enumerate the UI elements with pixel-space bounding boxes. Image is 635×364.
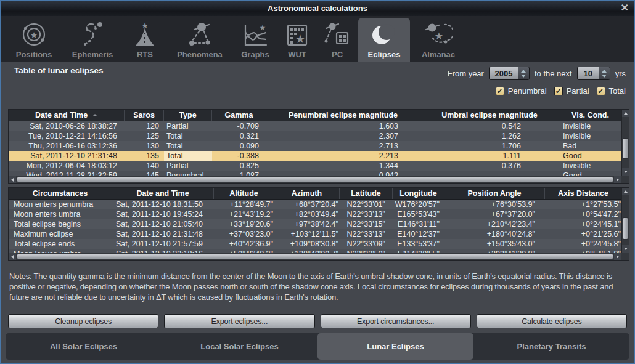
scroll-down-icon[interactable] — [622, 245, 629, 253]
from-year-spinner[interactable]: 2005 — [489, 67, 530, 80]
table-row[interactable]: Wed, 2012-11-28 21:32:59145Penumbral1.08… — [9, 171, 621, 176]
table-cell[interactable] — [420, 171, 559, 176]
table-cell[interactable]: +76°30'53.9" — [444, 200, 545, 209]
tab-phenomena[interactable]: Phenomena — [167, 16, 232, 62]
from-year-value[interactable]: 2005 — [490, 67, 518, 79]
table-row[interactable]: Mon, 2012-06-04 18:03:12140Partial0.8251… — [9, 161, 621, 171]
column-header[interactable]: Vis. Cond. — [559, 110, 621, 121]
table-row[interactable]: Sat, 2011-12-10 21:31:48135Total-0.3882.… — [9, 151, 621, 161]
column-header[interactable]: Latitude — [340, 188, 393, 199]
years-count-spinner[interactable]: 10 — [577, 67, 610, 80]
years-count-value[interactable]: 10 — [578, 67, 599, 79]
horizontal-scrollbar-thumb[interactable] — [17, 254, 613, 259]
horizontal-scrollbar-thumb[interactable] — [17, 177, 613, 182]
table-cell[interactable]: N22°33'13" — [340, 209, 393, 219]
table-cell[interactable]: 0.542 — [420, 121, 559, 131]
table-cell[interactable]: 1.087 — [212, 171, 266, 176]
table-cell[interactable]: 1.111 — [420, 151, 559, 161]
tab-local-solar-eclipses[interactable]: Local Solar Eclipses — [162, 333, 318, 360]
table-cell[interactable]: Maximum eclipse — [9, 229, 112, 239]
scroll-up-icon[interactable] — [622, 188, 629, 195]
tab-eclipses[interactable]: Eclipses — [358, 18, 410, 62]
column-header[interactable]: Axis Distance — [545, 188, 621, 199]
spin-down-icon[interactable] — [521, 75, 526, 78]
table-cell[interactable]: -0.388 — [212, 151, 266, 161]
table-cell[interactable]: Good — [559, 151, 621, 161]
vertical-scrollbar[interactable] — [621, 110, 629, 176]
tab-positions[interactable]: ★ Positions — [6, 16, 62, 62]
table-cell[interactable]: Tue, 2010-12-21 14:16:56 — [9, 131, 125, 141]
table-cell[interactable]: 0.825 — [212, 161, 266, 171]
table-cell[interactable]: Total — [164, 141, 212, 151]
filter-penumbral[interactable]: ✓ Penumbral — [496, 86, 547, 95]
vertical-scrollbar-thumb[interactable] — [623, 217, 628, 240]
table-cell[interactable]: 1.706 — [420, 141, 559, 151]
cleanup-eclipses-button[interactable]: Cleanup eclipses — [8, 314, 158, 328]
table-cell[interactable]: 1.262 — [420, 131, 559, 141]
column-header[interactable]: Position Angle — [444, 188, 545, 199]
table-cell[interactable]: Bad — [559, 141, 621, 151]
table-cell[interactable]: 120 — [125, 121, 164, 131]
spin-down-icon[interactable] — [602, 75, 607, 78]
table-cell[interactable]: 0.376 — [420, 161, 559, 171]
table-cell[interactable]: Total eclipse ends — [9, 239, 112, 249]
table-cell[interactable]: N22°33'13" — [340, 229, 393, 239]
table-cell[interactable]: Invisible — [559, 121, 621, 131]
table-row[interactable]: Total eclipse beginsSat, 2011-12-10 21:0… — [9, 219, 621, 229]
scroll-up-icon[interactable] — [622, 110, 629, 117]
column-header[interactable]: Saros — [125, 110, 164, 121]
table-cell[interactable]: 2.713 — [266, 141, 420, 151]
checkbox-checked-icon[interactable]: ✓ — [496, 87, 504, 95]
tab-almanac[interactable]: ★ Almanac — [410, 16, 467, 62]
table-cell[interactable]: +37°03'23.0" — [214, 229, 274, 239]
table-cell[interactable]: +67°37'20.0" — [444, 209, 545, 219]
table-cell[interactable]: +97°38'42.4" — [274, 219, 340, 229]
table-row[interactable]: Total eclipse endsSat, 2011-12-10 21:57:… — [9, 239, 621, 249]
scroll-right-icon[interactable] — [614, 253, 621, 260]
spin-up-icon[interactable] — [602, 70, 607, 73]
table-cell[interactable]: 125 — [125, 131, 164, 141]
table-row[interactable]: Maximum eclipseSat, 2011-12-10 21:31:48+… — [9, 229, 621, 239]
table-row[interactable]: Sat, 2010-06-26 18:38:27120Partial-0.709… — [9, 121, 621, 131]
table-cell[interactable]: +11°28'49.7" — [214, 200, 274, 209]
table-cell[interactable]: E165°53'43" — [393, 209, 444, 219]
table-row[interactable]: Moon enters umbraSat, 2011-12-10 19:45:2… — [9, 209, 621, 219]
tab-rts[interactable]: ★ RTS — [123, 16, 167, 62]
table-cell[interactable]: +82°03'49.4" — [274, 209, 340, 219]
table-cell[interactable]: N22°33'09" — [340, 239, 393, 249]
checkbox-checked-icon[interactable]: ✓ — [597, 87, 605, 95]
table-cell[interactable]: +109°08'30.8" — [274, 239, 340, 249]
table-cell[interactable]: Mon, 2012-06-04 18:03:12 — [9, 161, 125, 171]
tab-graphs[interactable]: ★ Graphs — [232, 16, 278, 62]
column-header[interactable]: Gamma — [212, 110, 266, 121]
column-header[interactable]: Date and Time — [112, 188, 214, 199]
table-cell[interactable]: Sat, 2011-12-10 21:57:59 — [112, 239, 214, 249]
table-cell[interactable]: E133°53'37" — [393, 239, 444, 249]
table-cell[interactable]: Invisible — [559, 131, 621, 141]
vertical-scrollbar[interactable] — [621, 188, 629, 253]
table-row[interactable]: Thu, 2011-06-16 03:12:36130Total0.0902.7… — [9, 141, 621, 151]
table-cell[interactable]: +150°35'43.0" — [444, 239, 545, 249]
export-circumstances-button[interactable]: Export circumstances... — [321, 314, 471, 328]
column-header[interactable]: Azimuth — [274, 188, 340, 199]
tab-planetary-transits[interactable]: Planetary Transits — [473, 333, 629, 360]
filter-partial[interactable]: ✓ Partial — [554, 86, 589, 95]
tab-pc[interactable]: PC — [316, 16, 358, 62]
table-cell[interactable]: Invisible — [559, 161, 621, 171]
table-cell[interactable]: +0°21'25.6" — [545, 229, 621, 239]
horizontal-scrollbar[interactable] — [9, 253, 621, 260]
tab-all-solar-eclipses[interactable]: All Solar Eclipses — [6, 333, 162, 360]
table-cell[interactable]: 2.213 — [266, 151, 420, 161]
scroll-down-icon[interactable] — [622, 168, 629, 176]
table-cell[interactable]: 2.307 — [266, 131, 420, 141]
table-cell[interactable]: Good — [559, 171, 621, 176]
table-cell[interactable]: Total — [164, 151, 212, 161]
table-cell[interactable]: W176°20'57" — [393, 200, 444, 209]
table-cell[interactable]: +180°40'24.8" — [444, 229, 545, 239]
column-header[interactable]: Umbral eclipse magnitude — [420, 110, 559, 121]
tab-lunar-eclipses[interactable]: Lunar Eclipses — [318, 333, 473, 360]
spinner-arrows[interactable] — [599, 67, 610, 79]
table-cell[interactable]: +68°37'20.4" — [274, 200, 340, 209]
table-cell[interactable]: +1°27'53.5" — [545, 200, 621, 209]
table-cell[interactable]: E140°12'37" — [393, 229, 444, 239]
